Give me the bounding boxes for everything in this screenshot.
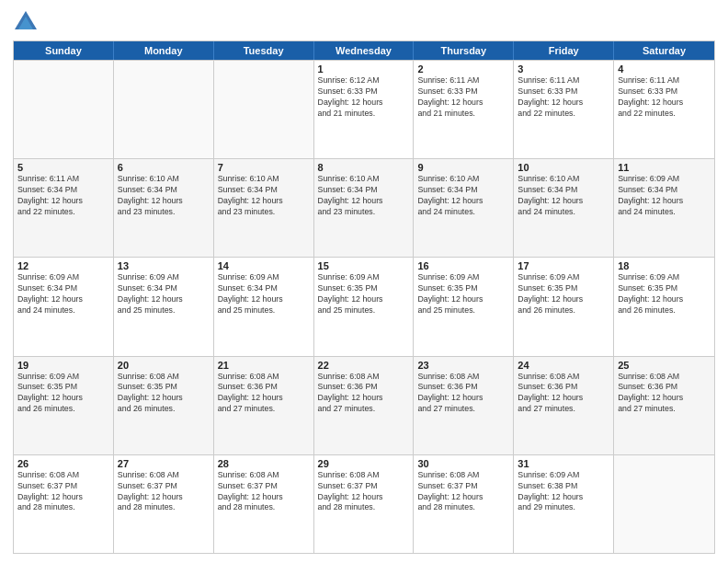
cell-info: Sunrise: 6:09 AM Sunset: 6:34 PM Dayligh… bbox=[118, 272, 210, 316]
calendar: SundayMondayTuesdayWednesdayThursdayFrid… bbox=[13, 40, 715, 554]
calendar-cell: 30Sunrise: 6:08 AM Sunset: 6:37 PM Dayli… bbox=[414, 455, 514, 553]
cell-info: Sunrise: 6:09 AM Sunset: 6:35 PM Dayligh… bbox=[417, 272, 509, 316]
cell-info: Sunrise: 6:11 AM Sunset: 6:33 PM Dayligh… bbox=[618, 75, 711, 120]
calendar-header: SundayMondayTuesdayWednesdayThursdayFrid… bbox=[14, 41, 714, 60]
cell-date: 17 bbox=[518, 260, 609, 271]
calendar-cell: 11Sunrise: 6:09 AM Sunset: 6:34 PM Dayli… bbox=[614, 159, 714, 257]
calendar-body: 1Sunrise: 6:12 AM Sunset: 6:33 PM Daylig… bbox=[14, 60, 714, 553]
cell-date: 30 bbox=[417, 458, 509, 469]
calendar-cell bbox=[614, 455, 714, 553]
cell-date: 25 bbox=[618, 360, 711, 371]
calendar-cell: 28Sunrise: 6:08 AM Sunset: 6:37 PM Dayli… bbox=[214, 455, 314, 553]
cell-date: 21 bbox=[218, 360, 310, 371]
calendar-cell bbox=[14, 61, 114, 158]
cell-date: 14 bbox=[218, 260, 310, 271]
cell-date: 12 bbox=[17, 260, 109, 271]
calendar-cell: 26Sunrise: 6:08 AM Sunset: 6:37 PM Dayli… bbox=[14, 455, 114, 553]
cell-info: Sunrise: 6:09 AM Sunset: 6:34 PM Dayligh… bbox=[618, 174, 711, 218]
logo-icon bbox=[13, 9, 39, 35]
calendar-row: 1Sunrise: 6:12 AM Sunset: 6:33 PM Daylig… bbox=[14, 60, 714, 158]
cell-date: 11 bbox=[618, 162, 711, 173]
cell-info: Sunrise: 6:08 AM Sunset: 6:37 PM Dayligh… bbox=[417, 470, 509, 514]
cell-info: Sunrise: 6:10 AM Sunset: 6:34 PM Dayligh… bbox=[118, 174, 210, 218]
logo bbox=[13, 9, 42, 35]
calendar-header-cell: Thursday bbox=[414, 41, 514, 60]
calendar-cell bbox=[114, 61, 214, 158]
calendar-header-cell: Friday bbox=[514, 41, 614, 60]
calendar-cell: 19Sunrise: 6:09 AM Sunset: 6:35 PM Dayli… bbox=[14, 357, 114, 454]
calendar-cell: 8Sunrise: 6:10 AM Sunset: 6:34 PM Daylig… bbox=[314, 159, 415, 257]
calendar-header-cell: Sunday bbox=[14, 41, 114, 60]
calendar-cell: 6Sunrise: 6:10 AM Sunset: 6:34 PM Daylig… bbox=[114, 159, 214, 257]
page: SundayMondayTuesdayWednesdayThursdayFrid… bbox=[0, 0, 728, 563]
cell-info: Sunrise: 6:09 AM Sunset: 6:35 PM Dayligh… bbox=[518, 272, 609, 316]
calendar-cell: 4Sunrise: 6:11 AM Sunset: 6:33 PM Daylig… bbox=[614, 61, 714, 158]
calendar-cell: 16Sunrise: 6:09 AM Sunset: 6:35 PM Dayli… bbox=[414, 258, 514, 355]
calendar-header-cell: Wednesday bbox=[314, 41, 415, 60]
cell-info: Sunrise: 6:09 AM Sunset: 6:35 PM Dayligh… bbox=[318, 272, 410, 316]
calendar-cell bbox=[214, 61, 314, 158]
header bbox=[13, 9, 715, 35]
cell-info: Sunrise: 6:10 AM Sunset: 6:34 PM Dayligh… bbox=[318, 174, 410, 218]
cell-info: Sunrise: 6:11 AM Sunset: 6:34 PM Dayligh… bbox=[17, 174, 109, 218]
calendar-cell: 15Sunrise: 6:09 AM Sunset: 6:35 PM Dayli… bbox=[314, 258, 415, 355]
cell-date: 18 bbox=[618, 260, 711, 271]
cell-info: Sunrise: 6:08 AM Sunset: 6:35 PM Dayligh… bbox=[118, 372, 210, 416]
cell-date: 29 bbox=[318, 458, 410, 469]
calendar-cell: 7Sunrise: 6:10 AM Sunset: 6:34 PM Daylig… bbox=[214, 159, 314, 257]
cell-info: Sunrise: 6:08 AM Sunset: 6:36 PM Dayligh… bbox=[218, 372, 310, 416]
cell-date: 23 bbox=[417, 360, 509, 371]
cell-date: 3 bbox=[518, 63, 609, 75]
calendar-cell: 2Sunrise: 6:11 AM Sunset: 6:33 PM Daylig… bbox=[414, 61, 514, 158]
cell-info: Sunrise: 6:08 AM Sunset: 6:36 PM Dayligh… bbox=[518, 372, 609, 416]
cell-info: Sunrise: 6:08 AM Sunset: 6:37 PM Dayligh… bbox=[118, 470, 210, 514]
cell-info: Sunrise: 6:08 AM Sunset: 6:37 PM Dayligh… bbox=[218, 470, 310, 514]
cell-info: Sunrise: 6:08 AM Sunset: 6:37 PM Dayligh… bbox=[17, 470, 109, 514]
cell-date: 6 bbox=[118, 162, 210, 173]
calendar-cell: 27Sunrise: 6:08 AM Sunset: 6:37 PM Dayli… bbox=[114, 455, 214, 553]
cell-date: 26 bbox=[17, 458, 109, 469]
cell-info: Sunrise: 6:11 AM Sunset: 6:33 PM Dayligh… bbox=[518, 75, 609, 120]
calendar-cell: 29Sunrise: 6:08 AM Sunset: 6:37 PM Dayli… bbox=[314, 455, 415, 553]
cell-info: Sunrise: 6:09 AM Sunset: 6:34 PM Dayligh… bbox=[17, 272, 109, 316]
calendar-cell: 18Sunrise: 6:09 AM Sunset: 6:35 PM Dayli… bbox=[614, 258, 714, 355]
calendar-cell: 1Sunrise: 6:12 AM Sunset: 6:33 PM Daylig… bbox=[314, 61, 415, 158]
cell-info: Sunrise: 6:10 AM Sunset: 6:34 PM Dayligh… bbox=[518, 174, 609, 218]
calendar-cell: 10Sunrise: 6:10 AM Sunset: 6:34 PM Dayli… bbox=[514, 159, 614, 257]
calendar-cell: 9Sunrise: 6:10 AM Sunset: 6:34 PM Daylig… bbox=[414, 159, 514, 257]
cell-info: Sunrise: 6:08 AM Sunset: 6:36 PM Dayligh… bbox=[618, 372, 711, 416]
calendar-cell: 17Sunrise: 6:09 AM Sunset: 6:35 PM Dayli… bbox=[514, 258, 614, 355]
calendar-header-cell: Tuesday bbox=[214, 41, 314, 60]
cell-date: 20 bbox=[118, 360, 210, 371]
cell-info: Sunrise: 6:09 AM Sunset: 6:35 PM Dayligh… bbox=[618, 272, 711, 316]
calendar-row: 12Sunrise: 6:09 AM Sunset: 6:34 PM Dayli… bbox=[14, 257, 714, 355]
cell-info: Sunrise: 6:10 AM Sunset: 6:34 PM Dayligh… bbox=[218, 174, 310, 218]
cell-date: 2 bbox=[417, 63, 509, 75]
cell-info: Sunrise: 6:10 AM Sunset: 6:34 PM Dayligh… bbox=[417, 174, 509, 218]
calendar-cell: 25Sunrise: 6:08 AM Sunset: 6:36 PM Dayli… bbox=[614, 357, 714, 454]
calendar-header-cell: Saturday bbox=[614, 41, 714, 60]
calendar-row: 19Sunrise: 6:09 AM Sunset: 6:35 PM Dayli… bbox=[14, 356, 714, 454]
cell-date: 4 bbox=[618, 63, 711, 75]
calendar-row: 26Sunrise: 6:08 AM Sunset: 6:37 PM Dayli… bbox=[14, 454, 714, 553]
cell-info: Sunrise: 6:11 AM Sunset: 6:33 PM Dayligh… bbox=[417, 75, 509, 120]
calendar-cell: 5Sunrise: 6:11 AM Sunset: 6:34 PM Daylig… bbox=[14, 159, 114, 257]
calendar-cell: 3Sunrise: 6:11 AM Sunset: 6:33 PM Daylig… bbox=[514, 61, 614, 158]
calendar-cell: 13Sunrise: 6:09 AM Sunset: 6:34 PM Dayli… bbox=[114, 258, 214, 355]
cell-date: 9 bbox=[417, 162, 509, 173]
cell-date: 1 bbox=[318, 63, 410, 75]
cell-date: 27 bbox=[118, 458, 210, 469]
cell-date: 31 bbox=[518, 458, 609, 469]
cell-date: 15 bbox=[318, 260, 410, 271]
cell-info: Sunrise: 6:09 AM Sunset: 6:34 PM Dayligh… bbox=[218, 272, 310, 316]
cell-date: 22 bbox=[318, 360, 410, 371]
cell-date: 10 bbox=[518, 162, 609, 173]
calendar-cell: 12Sunrise: 6:09 AM Sunset: 6:34 PM Dayli… bbox=[14, 258, 114, 355]
calendar-row: 5Sunrise: 6:11 AM Sunset: 6:34 PM Daylig… bbox=[14, 158, 714, 257]
cell-info: Sunrise: 6:09 AM Sunset: 6:38 PM Dayligh… bbox=[518, 470, 609, 514]
calendar-cell: 22Sunrise: 6:08 AM Sunset: 6:36 PM Dayli… bbox=[314, 357, 415, 454]
calendar-cell: 20Sunrise: 6:08 AM Sunset: 6:35 PM Dayli… bbox=[114, 357, 214, 454]
cell-date: 19 bbox=[17, 360, 109, 371]
cell-date: 7 bbox=[218, 162, 310, 173]
cell-date: 13 bbox=[118, 260, 210, 271]
